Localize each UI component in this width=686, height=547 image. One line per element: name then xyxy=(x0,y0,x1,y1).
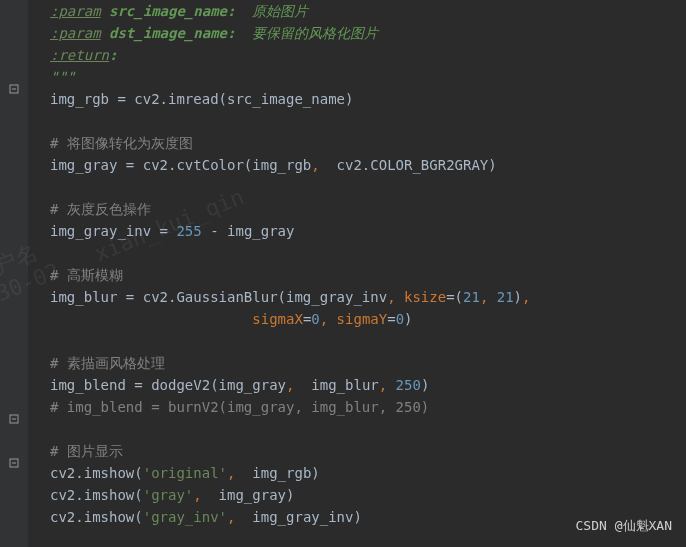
code-blur-1: img_blur = cv2.GaussianBlur(img_gray_inv… xyxy=(50,286,686,308)
fold-icon[interactable] xyxy=(8,457,20,469)
docstring-end: """ xyxy=(50,66,686,88)
docstring-param-src: :param src_image_name: 原始图片 xyxy=(50,0,686,22)
code-dodge: img_blend = dodgeV2(img_gray, img_blur, … xyxy=(50,374,686,396)
docstring-return: :return: xyxy=(50,44,686,66)
code-cvtcolor: img_gray = cv2.cvtColor(img_rgb, cv2.COL… xyxy=(50,154,686,176)
docstring-param-dst: :param dst_image_name: 要保留的风格化图片 xyxy=(50,22,686,44)
comment-sketch: # 素描画风格处理 xyxy=(50,352,686,374)
comment-blur: # 高斯模糊 xyxy=(50,264,686,286)
fold-icon[interactable] xyxy=(8,83,20,95)
comment-invert: # 灰度反色操作 xyxy=(50,198,686,220)
comment-show: # 图片显示 xyxy=(50,440,686,462)
code-imshow-gray: cv2.imshow('gray', img_gray) xyxy=(50,484,686,506)
editor: 用户名 230-02 xian_kui_qin :param src_image… xyxy=(0,0,686,547)
code-blur-2: sigmaX=0, sigmaY=0) xyxy=(50,308,686,330)
code-imshow-original: cv2.imshow('original', img_rgb) xyxy=(50,462,686,484)
comment-burn: # img_blend = burnV2(img_gray, img_blur,… xyxy=(50,396,686,418)
code-region[interactable]: :param src_image_name: 原始图片 :param dst_i… xyxy=(28,0,686,528)
gutter xyxy=(0,0,28,547)
code-imread: img_rgb = cv2.imread(src_image_name) xyxy=(50,88,686,110)
comment-gray: # 将图像转化为灰度图 xyxy=(50,132,686,154)
code-invert: img_gray_inv = 255 - img_gray xyxy=(50,220,686,242)
fold-icon[interactable] xyxy=(8,413,20,425)
watermark-footer: CSDN @仙魁XAN xyxy=(576,515,672,537)
